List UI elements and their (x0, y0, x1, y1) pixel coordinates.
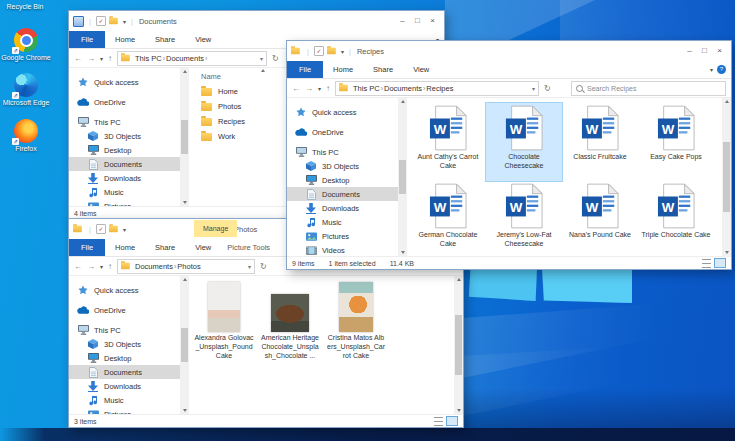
properties-check-icon[interactable]: ✓ (96, 16, 106, 26)
file-easy-cake-pops[interactable]: WEasy Cake Pops (638, 103, 714, 181)
scroll-up-icon[interactable] (401, 100, 405, 103)
close-button[interactable]: × (425, 12, 440, 30)
scroll-down-icon[interactable] (401, 251, 405, 254)
desktop-icon-firefox[interactable]: ↗ Firefox (1, 119, 51, 154)
breadcrumb-documents[interactable]: Documents (384, 84, 422, 93)
file-nana-s-pound-cake[interactable]: WNana's Pound Cake (562, 181, 638, 256)
breadcrumb-photos[interactable]: Photos (177, 262, 200, 271)
large-icons-view-icon[interactable] (714, 258, 726, 268)
tab-share[interactable]: Share (145, 239, 185, 256)
close-button[interactable]: × (712, 42, 727, 60)
up-button[interactable]: ↑ (108, 262, 112, 271)
sidebar-item-downloads[interactable]: Downloads (69, 379, 180, 393)
sidebar-item-music[interactable]: Music (69, 185, 180, 199)
sidebar-item-this-pc[interactable]: This PC (69, 323, 180, 337)
properties-check-icon[interactable]: ✓ (314, 46, 324, 56)
minimize-button[interactable]: – (682, 42, 697, 60)
content-scrollbar[interactable] (454, 276, 463, 414)
refresh-icon[interactable]: ↻ (272, 54, 279, 63)
folder-icon[interactable] (327, 48, 336, 54)
large-icons-view-icon[interactable] (446, 416, 458, 426)
tab-picture-tools[interactable]: Picture Tools (221, 239, 276, 256)
breadcrumb-recipes[interactable]: Recipes (426, 84, 453, 93)
scroll-up-icon[interactable] (457, 278, 461, 281)
search-input[interactable]: Search Recipes (571, 81, 726, 96)
recent-locations-icon[interactable]: ▾ (100, 55, 103, 62)
breadcrumb-this-pc[interactable]: This PC (135, 54, 162, 63)
minimize-button[interactable]: – (395, 12, 410, 30)
refresh-icon[interactable]: ↻ (260, 262, 267, 271)
recent-locations-icon[interactable]: ▾ (318, 85, 321, 92)
sidebar-item-3d-objects[interactable]: 3D Objects (69, 129, 180, 143)
file-aunt-cathy-s-carrot-cake[interactable]: WAunt Cathy's Carrot Cake (410, 103, 486, 181)
forward-button[interactable]: → (87, 54, 95, 63)
tab-home[interactable]: Home (105, 239, 145, 256)
qat-dropdown-icon[interactable]: ▾ (123, 226, 126, 233)
scroll-up-icon[interactable] (725, 100, 729, 103)
sidebar-item-this-pc[interactable]: This PC (69, 115, 180, 129)
photo-alexandra-golovac-unsplash-pound-cake[interactable]: Alexandra Golovac_Unsplash_Pound Cake (192, 280, 256, 360)
details-view-icon[interactable] (702, 259, 711, 268)
maximize-button[interactable]: □ (697, 42, 712, 60)
desktop-icon-recycle-bin[interactable]: Recycle Bin (0, 3, 50, 12)
file-classic-fruitcake[interactable]: WClassic Fruitcake (562, 103, 638, 181)
address-box[interactable]: This PC›Documents› ▾ (117, 51, 267, 66)
up-button[interactable]: ↑ (326, 84, 330, 93)
scroll-down-icon[interactable] (457, 409, 461, 412)
desktop-icon-microsoft-edge[interactable]: ↗ Microsoft Edge (1, 73, 51, 108)
sidebar-item-downloads[interactable]: Downloads (69, 171, 180, 185)
tab-file[interactable]: File (69, 31, 105, 48)
sidebar-item-documents[interactable]: Documents (287, 187, 398, 201)
back-button[interactable]: ← (74, 262, 82, 271)
address-box[interactable]: This PC›Documents›Recipes ▾ (335, 81, 539, 96)
recent-locations-icon[interactable]: ▾ (100, 263, 103, 270)
forward-button[interactable]: → (87, 262, 95, 271)
scroll-up-icon[interactable] (183, 70, 187, 73)
breadcrumb-this-pc[interactable]: This PC (353, 84, 380, 93)
tab-file[interactable]: File (287, 61, 323, 78)
back-button[interactable]: ← (292, 84, 300, 93)
window-recipes[interactable]: | ✓ ▾ | Recipes – □ × FileHomeShareView … (286, 40, 732, 270)
sidebar-item-this-pc[interactable]: This PC (287, 145, 398, 159)
sidebar-item-pictures[interactable]: Pictures (287, 229, 398, 243)
titlebar-recipes[interactable]: | ✓ ▾ | Recipes – □ × (287, 41, 731, 61)
photo-american-heritage-chocolate-unsplash-chocolate[interactable]: American Heritage Chocolate_Unsplash_Cho… (258, 280, 322, 360)
sidebar-item-desktop[interactable]: Desktop (69, 351, 180, 365)
tab-home[interactable]: Home (323, 61, 363, 78)
sidebar-item-3d-objects[interactable]: 3D Objects (69, 337, 180, 351)
tab-view[interactable]: View (403, 61, 439, 78)
file-german-chocolate-cake[interactable]: WGerman Chocolate Cake (410, 181, 486, 256)
sidebar-scrollbar[interactable] (398, 98, 407, 256)
tab-file[interactable]: File (69, 239, 105, 256)
sidebar-item-quick-access[interactable]: Quick access (69, 283, 180, 297)
sidebar-item-onedrive[interactable]: OneDrive (287, 125, 398, 139)
file-chocolate-cheesecake[interactable]: WChocolate Cheesecake (486, 103, 562, 181)
breadcrumb-documents[interactable]: Documents (166, 54, 204, 63)
address-box[interactable]: Documents›Photos ▾ (117, 259, 255, 274)
titlebar-documents[interactable]: | ✓ ▾ | Documents – □ × (69, 11, 444, 31)
sidebar-item-pictures[interactable]: Pictures (69, 407, 180, 414)
sidebar-item-3d-objects[interactable]: 3D Objects (287, 159, 398, 173)
address-dropdown-icon[interactable]: ▾ (532, 85, 535, 92)
tab-view[interactable]: View (185, 31, 221, 48)
sidebar-item-documents[interactable]: Documents (69, 365, 180, 379)
sidebar-item-desktop[interactable]: Desktop (287, 173, 398, 187)
sidebar-item-desktop[interactable]: Desktop (69, 143, 180, 157)
forward-button[interactable]: → (305, 84, 313, 93)
sidebar-item-onedrive[interactable]: OneDrive (69, 303, 180, 317)
scroll-up-icon[interactable] (183, 278, 187, 281)
file-jeremy-s-low-fat-cheesecake[interactable]: WJeremy's Low-Fat Cheesecake (486, 181, 562, 256)
details-view-icon[interactable] (434, 417, 443, 426)
address-dropdown-icon[interactable]: ▾ (260, 55, 263, 62)
folder-icon[interactable] (109, 226, 118, 232)
properties-check-icon[interactable]: ✓ (96, 224, 106, 234)
sidebar-item-downloads[interactable]: Downloads (287, 201, 398, 215)
ribbon-collapse-icon[interactable]: ▾ (710, 66, 713, 73)
sidebar-item-documents[interactable]: Documents (69, 157, 180, 171)
sidebar-item-videos[interactable]: Videos (287, 243, 398, 256)
qat-dropdown-icon[interactable]: ▾ (123, 18, 126, 25)
tab-share[interactable]: Share (145, 31, 185, 48)
qat-dropdown-icon[interactable]: ▾ (341, 48, 344, 55)
content-scrollbar[interactable] (722, 98, 731, 256)
folder-icon[interactable] (109, 18, 118, 24)
